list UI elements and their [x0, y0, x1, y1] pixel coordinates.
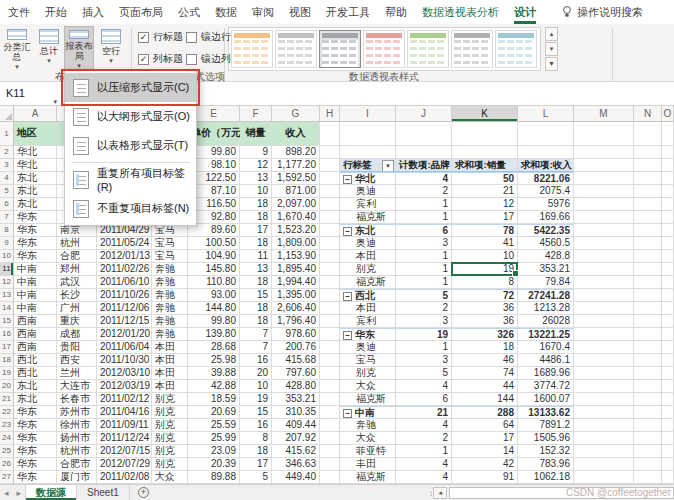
cell-J24[interactable]: 2	[396, 432, 452, 445]
cell-A9[interactable]: 华东	[14, 237, 57, 250]
cell-J8[interactable]: 6	[396, 224, 452, 237]
cell-J19[interactable]: 5	[396, 367, 452, 380]
column-header-I[interactable]: I	[340, 106, 396, 122]
cell-N7[interactable]	[634, 211, 662, 224]
cell-C21[interactable]: 2011/02/12	[97, 393, 152, 406]
tab-页面布局[interactable]: 页面布局	[119, 0, 163, 24]
cell-H10[interactable]	[320, 250, 340, 263]
cell-B23[interactable]: 徐州市	[57, 419, 97, 432]
cell-L8[interactable]: 5422.35	[518, 224, 574, 237]
cell-O27[interactable]	[662, 471, 674, 484]
cell-A2[interactable]: 华北	[14, 146, 57, 159]
cell-E25[interactable]: 23.09	[188, 445, 240, 458]
cell-D23[interactable]: 别克	[152, 419, 188, 432]
cell-I5[interactable]: 奥迪	[340, 185, 396, 198]
column-header-A[interactable]: A	[14, 106, 57, 122]
cell-A17[interactable]: 西南	[14, 341, 57, 354]
row-header-16[interactable]: 16	[0, 328, 14, 341]
cell-O7[interactable]	[662, 211, 674, 224]
cell-N26[interactable]	[634, 458, 662, 471]
cell-H16[interactable]	[320, 328, 340, 341]
cell-N21[interactable]	[634, 393, 662, 406]
cell-F10[interactable]: 11	[240, 250, 272, 263]
cell-D20[interactable]: 本田	[152, 380, 188, 393]
cell-E23[interactable]: 25.59	[188, 419, 240, 432]
cell-K17[interactable]: 18	[452, 341, 518, 354]
cell-C9[interactable]: 2011/05/24	[97, 237, 152, 250]
cell-I11[interactable]: 别克	[340, 263, 396, 276]
cell-H5[interactable]	[320, 185, 340, 198]
cell-D13[interactable]: 奔驰	[152, 289, 188, 302]
cell-G21[interactable]: 353.21	[272, 393, 320, 406]
cell-A1[interactable]: 地区	[14, 122, 57, 146]
cell-D18[interactable]: 本田	[152, 354, 188, 367]
row-header-3[interactable]: 3	[0, 159, 14, 172]
column-header-L[interactable]: L	[518, 106, 574, 122]
pivot-style-swatch-gray2[interactable]	[451, 30, 493, 68]
ribbon-button-报表布局[interactable]: 报表布局▾	[64, 26, 94, 72]
menu-item[interactable]: 以大纲形式显示(O)	[65, 102, 196, 131]
cell-H22[interactable]	[320, 406, 340, 419]
tab-数据[interactable]: 数据	[215, 0, 237, 24]
cell-K1[interactable]	[452, 122, 518, 146]
cell-A5[interactable]: 东北	[14, 185, 57, 198]
cell-O3[interactable]	[662, 159, 674, 172]
gallery-scroll-up-icon[interactable]: ▴	[545, 27, 558, 41]
cell-L14[interactable]: 1213.28	[518, 302, 574, 315]
cell-F15[interactable]: 18	[240, 315, 272, 328]
sheet-tab-数据源[interactable]: 数据源	[25, 485, 77, 500]
cell-F9[interactable]: 18	[240, 237, 272, 250]
cell-G12[interactable]: 1,994.40	[272, 276, 320, 289]
cell-B25[interactable]: 杭州市	[57, 445, 97, 458]
column-header-N[interactable]: N	[634, 106, 662, 122]
cell-N20[interactable]	[634, 380, 662, 393]
cell-K22[interactable]: 288	[452, 406, 518, 419]
cell-K19[interactable]: 74	[452, 367, 518, 380]
pivot-style-swatch-gray[interactable]	[275, 30, 317, 68]
cell-G11[interactable]: 1,895.40	[272, 263, 320, 276]
cell-E27[interactable]: 89.88	[188, 471, 240, 484]
cell-E18[interactable]: 25.98	[188, 354, 240, 367]
ribbon-button-空行[interactable]: 空行▾	[96, 26, 126, 72]
cell-G18[interactable]: 415.68	[272, 354, 320, 367]
cell-A23[interactable]: 华东	[14, 419, 57, 432]
scrollbar-left-icon[interactable]: ◂	[433, 487, 447, 499]
cell-M2[interactable]	[574, 146, 634, 159]
cell-L26[interactable]: 783.96	[518, 458, 574, 471]
cell-A11[interactable]: 中南	[14, 263, 57, 276]
cell-J15[interactable]: 3	[396, 315, 452, 328]
cell-A4[interactable]: 东北	[14, 172, 57, 185]
row-header-13[interactable]: 13	[0, 289, 14, 302]
cell-C11[interactable]: 2011/02/26	[97, 263, 152, 276]
pivot-filter-icon[interactable]: ▾	[382, 160, 394, 172]
cell-L2[interactable]	[518, 146, 574, 159]
cell-N14[interactable]	[634, 302, 662, 315]
cell-G13[interactable]: 1,395.00	[272, 289, 320, 302]
cell-K24[interactable]: 17	[452, 432, 518, 445]
cell-H2[interactable]	[320, 146, 340, 159]
cell-N18[interactable]	[634, 354, 662, 367]
cell-C20[interactable]: 2012/03/19	[97, 380, 152, 393]
cell-O22[interactable]	[662, 406, 674, 419]
cell-J4[interactable]: 4	[396, 172, 452, 185]
cell-N17[interactable]	[634, 341, 662, 354]
collapse-icon[interactable]: −	[343, 175, 352, 184]
row-header-18[interactable]: 18	[0, 354, 14, 367]
column-header-H[interactable]: H	[320, 106, 340, 122]
cell-F6[interactable]: 18	[240, 198, 272, 211]
cell-A3[interactable]: 华北	[14, 159, 57, 172]
cell-O20[interactable]	[662, 380, 674, 393]
column-header-F[interactable]: F	[240, 106, 272, 122]
cell-I4[interactable]: −华北	[340, 172, 396, 185]
cell-F17[interactable]: 7	[240, 341, 272, 354]
row-header-23[interactable]: 23	[0, 419, 14, 432]
cell-G23[interactable]: 409.44	[272, 419, 320, 432]
cell-H4[interactable]	[320, 172, 340, 185]
cell-N13[interactable]	[634, 289, 662, 302]
cell-M23[interactable]	[574, 419, 634, 432]
cell-M11[interactable]	[574, 263, 634, 276]
row-header-7[interactable]: 7	[0, 211, 14, 224]
cell-B19[interactable]: 兰州	[57, 367, 97, 380]
cell-B18[interactable]: 西安	[57, 354, 97, 367]
cell-F12[interactable]: 18	[240, 276, 272, 289]
